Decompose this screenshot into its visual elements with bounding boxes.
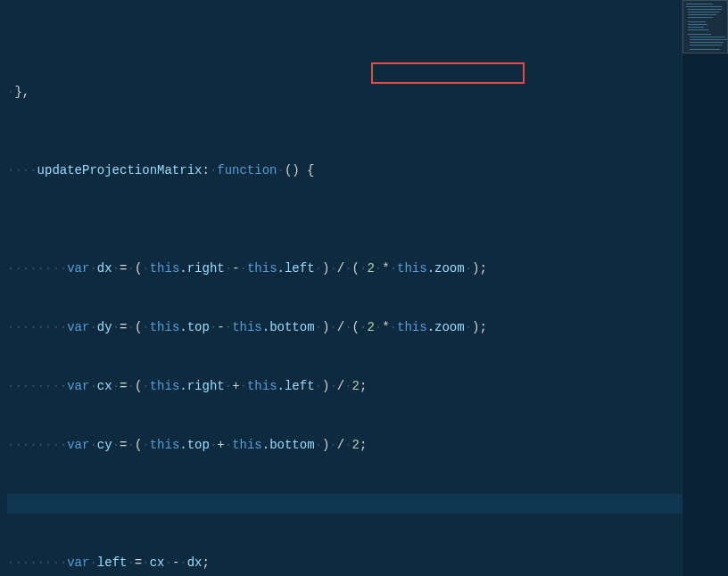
code-line: ····updateProjectionMatrix:·function·() … [7, 160, 728, 180]
highlight-box [371, 62, 525, 84]
code-line: ········var·cx·=·(·this.right·+·this.lef… [7, 376, 728, 396]
code-line: ·}, [7, 82, 728, 102]
minimap[interactable] [682, 0, 728, 576]
code-line [7, 121, 728, 141]
code-editor[interactable]: ·}, ····updateProjectionMatrix:·function… [0, 0, 728, 576]
code-line: ········var·left·=·cx·-·dx; [7, 553, 728, 572]
code-line: ········var·dy·=·(·this.top·-·this.botto… [7, 317, 728, 337]
code-line [7, 200, 728, 219]
code-line: ········var·dx·=·(·this.right·-·this.lef… [7, 259, 728, 278]
current-line [7, 494, 728, 514]
code-line: ········var·cy·=·(·this.top·+·this.botto… [7, 435, 728, 455]
